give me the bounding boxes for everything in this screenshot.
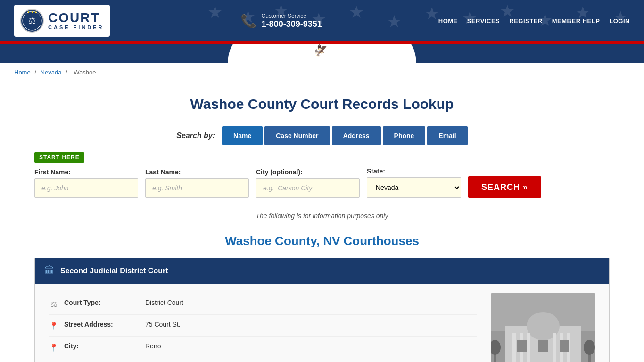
last-name-group: Last Name: bbox=[145, 168, 249, 198]
logo-case-finder-text: CASE FINDER bbox=[48, 25, 104, 30]
search-form: First Name: Last Name: City (optional): … bbox=[34, 167, 610, 198]
city-detail-value: Reno bbox=[145, 342, 161, 350]
search-section: Search by: Name Case Number Address Phon… bbox=[34, 126, 610, 198]
nav-item-member-help[interactable]: MEMBER HELP bbox=[552, 17, 600, 25]
courthouses-title: Washoe County, NV Courthouses bbox=[34, 234, 610, 248]
arch-area: 🦅 ★ ★ ★ 🦅 ★ ★ ★ bbox=[0, 44, 644, 63]
svg-rect-17 bbox=[517, 340, 527, 352]
courthouse-header: 🏛 Second Judicial District Court bbox=[35, 258, 609, 284]
address-label: Street Address: bbox=[64, 321, 140, 328]
svg-text:⚖: ⚖ bbox=[28, 16, 36, 25]
logo-text-block: COURT CASE FINDER bbox=[48, 11, 104, 30]
state-label: State: bbox=[367, 167, 461, 175]
svg-rect-18 bbox=[538, 340, 548, 352]
courthouse-icon: 🏛 bbox=[44, 265, 55, 277]
search-tabs-row: Search by: Name Case Number Address Phon… bbox=[34, 126, 610, 145]
logo-area: ⚖ ★ ★ ★ COURT CASE FINDER bbox=[14, 5, 110, 37]
courthouse-image bbox=[491, 293, 595, 362]
breadcrumb-nevada[interactable]: Nevada bbox=[41, 69, 62, 76]
start-here-badge: START HERE bbox=[34, 152, 84, 163]
court-type-value: District Court bbox=[145, 299, 183, 306]
nav-item-home[interactable]: HOME bbox=[438, 17, 458, 25]
court-type-icon: ⚖ bbox=[49, 300, 58, 309]
svg-rect-9 bbox=[512, 333, 516, 362]
state-group: State: AlabamaAlaskaArizonaArkansasCalif… bbox=[367, 167, 461, 198]
courthouse-name-link[interactable]: Second Judicial District Court bbox=[60, 267, 168, 275]
main-nav: HOMESERVICESREGISTERMEMBER HELPLOGIN bbox=[438, 17, 630, 25]
state-select[interactable]: AlabamaAlaskaArizonaArkansasCaliforniaCo… bbox=[367, 177, 461, 198]
city-row: 📍 City: Reno bbox=[49, 337, 477, 358]
svg-rect-12 bbox=[553, 333, 556, 362]
cs-phone: 1-800-309-9351 bbox=[262, 19, 322, 29]
courthouse-image-placeholder bbox=[491, 293, 595, 362]
address-row: 📍 Street Address: 75 Court St. bbox=[49, 315, 477, 337]
nav-item-services[interactable]: SERVICES bbox=[467, 17, 500, 25]
city-group: City (optional): bbox=[256, 168, 360, 198]
tab-name[interactable]: Name bbox=[222, 126, 263, 145]
city-input[interactable] bbox=[256, 178, 360, 198]
last-name-label: Last Name: bbox=[145, 168, 249, 176]
svg-rect-8 bbox=[534, 319, 553, 329]
customer-service: 📞 Customer Service 1-800-309-9351 bbox=[240, 13, 322, 29]
courthouse-card: 🏛 Second Judicial District Court ⚖ Court… bbox=[34, 258, 610, 362]
info-note: The following is for information purpose… bbox=[34, 212, 610, 220]
search-button[interactable]: SEARCH » bbox=[468, 176, 541, 198]
svg-text:★ ★ ★: ★ ★ ★ bbox=[27, 10, 37, 14]
nav-item-login[interactable]: LOGIN bbox=[609, 17, 630, 25]
tab-address[interactable]: Address bbox=[332, 126, 381, 145]
breadcrumb: Home / Nevada / Washoe bbox=[0, 63, 644, 82]
court-type-row: ⚖ Court Type: District Court bbox=[49, 293, 477, 315]
nav-item-register[interactable]: REGISTER bbox=[509, 17, 542, 25]
breadcrumb-sep-2: / bbox=[66, 69, 69, 76]
cs-label: Customer Service bbox=[262, 13, 322, 19]
courthouse-info: ⚖ Court Type: District Court 📍 Street Ad… bbox=[49, 293, 477, 362]
breadcrumb-home[interactable]: Home bbox=[14, 69, 31, 76]
main-content: Washoe County Court Records Lookup Searc… bbox=[16, 82, 628, 362]
city-icon: 📍 bbox=[49, 343, 58, 352]
first-name-input[interactable] bbox=[34, 178, 138, 198]
tab-case-number[interactable]: Case Number bbox=[264, 126, 330, 145]
phone-icon: 📞 bbox=[240, 13, 257, 29]
svg-rect-19 bbox=[560, 340, 569, 352]
breadcrumb-current: Washoe bbox=[74, 69, 96, 76]
first-name-label: First Name: bbox=[34, 168, 138, 176]
svg-point-23 bbox=[584, 340, 595, 355]
tab-email[interactable]: Email bbox=[427, 126, 467, 145]
start-here-badge-container: START HERE bbox=[34, 152, 610, 167]
first-name-group: First Name: bbox=[34, 168, 138, 198]
court-type-label: Court Type: bbox=[64, 299, 140, 306]
logo-court-text: COURT bbox=[48, 11, 100, 25]
courthouse-body: ⚖ Court Type: District Court 📍 Street Ad… bbox=[35, 284, 609, 362]
logo-box: ⚖ ★ ★ ★ COURT CASE FINDER bbox=[14, 5, 110, 37]
city-label: City (optional): bbox=[256, 168, 360, 176]
search-by-label: Search by: bbox=[176, 132, 215, 140]
last-name-input[interactable] bbox=[145, 178, 249, 198]
page-title: Washoe County Court Records Lookup bbox=[34, 96, 610, 112]
address-value: 75 Court St. bbox=[145, 321, 181, 328]
arch-stars-line: ★ ★ ★ 🦅 ★ ★ ★ bbox=[248, 49, 396, 57]
logo-emblem: ⚖ ★ ★ ★ bbox=[20, 8, 44, 33]
breadcrumb-sep-1: / bbox=[34, 69, 38, 76]
svg-rect-11 bbox=[527, 333, 530, 362]
location-icon: 📍 bbox=[49, 321, 58, 330]
cs-details: Customer Service 1-800-309-9351 bbox=[262, 13, 322, 29]
site-header: ★ ★ ★ ★ ★ ★ ★ ★ ★ ★ ★ ★ ⚖ ★ ★ ★ bbox=[0, 0, 644, 63]
tab-phone[interactable]: Phone bbox=[383, 126, 426, 145]
city-detail-label: City: bbox=[64, 342, 140, 350]
